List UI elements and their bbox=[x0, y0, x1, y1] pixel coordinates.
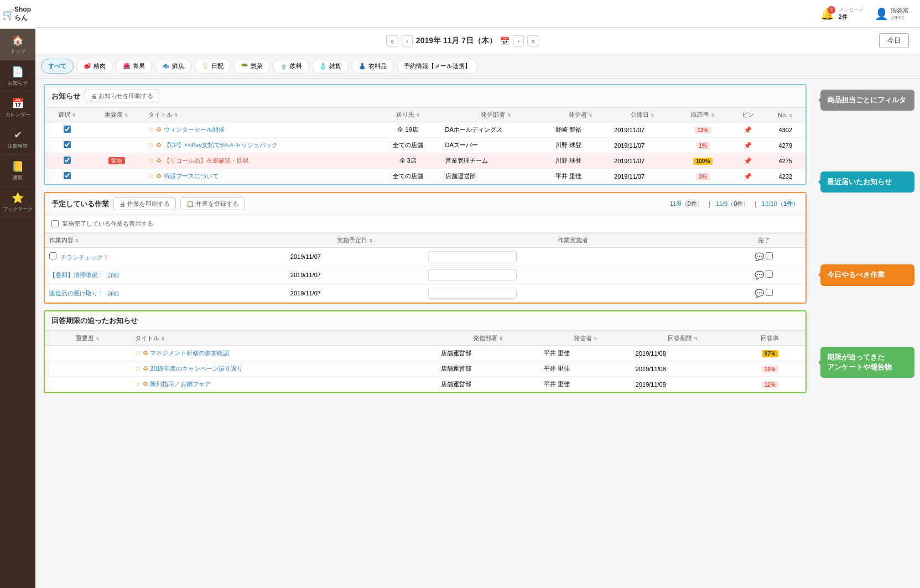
sidebar-item-calendar[interactable]: 📅 カレンダー bbox=[0, 92, 35, 123]
category-tab-daily[interactable]: 🥛 日配 bbox=[194, 59, 231, 74]
category-tab-reservation[interactable]: 予約情報【メール連携】 bbox=[397, 59, 478, 74]
sidebar-item-bookmarks[interactable]: ⭐ ブックマーク bbox=[0, 186, 35, 218]
rate-badge: 12% bbox=[694, 127, 711, 134]
category-tab-misc[interactable]: 🧴 雑貨 bbox=[312, 59, 349, 74]
category-tab-all[interactable]: すべて bbox=[41, 59, 74, 74]
task-col-done: 完了 bbox=[722, 233, 805, 248]
date-navigation: « ‹ 2019年 11月 7日（木） 📅 › » 今日 bbox=[35, 28, 920, 54]
sidebar-label-notifications: お知らせ bbox=[8, 80, 28, 87]
meat-icon: 🥩 bbox=[84, 63, 91, 70]
header: 🔔 2 メッセージ 2件 👤 渋谷富 s0002 bbox=[35, 0, 920, 28]
task-link-2[interactable]: 【昼間】清掃準備！ bbox=[49, 272, 104, 278]
deadlines-table: 重要度 ⇅ タイトル ⇅ 発信部署 ⇅ 発信者 ⇅ 回答期限 ⇅ 回答率 ☆ ♻… bbox=[45, 331, 805, 392]
sidebar-item-notifications[interactable]: 📄 お知らせ bbox=[0, 60, 35, 92]
task-done-1[interactable] bbox=[766, 252, 773, 259]
app-logo: 🛒 Shopらん bbox=[0, 0, 35, 29]
show-completed-checkbox[interactable] bbox=[51, 220, 59, 227]
rate-badge: 100% bbox=[693, 158, 713, 165]
col-no: No. ⇅ bbox=[766, 108, 805, 122]
col-rate: 既読率 ⇅ bbox=[675, 108, 730, 122]
book-icon: 📒 bbox=[12, 160, 24, 173]
page-wrapper: お知らせ 🖨 お知らせを印刷する 選択 ⇅ 重要度 ⇅ タイトル ⇅ 送り先 ⇅ bbox=[35, 79, 920, 588]
task-col-executor: 作業実施者 bbox=[424, 233, 723, 248]
user-id: s0002 bbox=[891, 15, 909, 20]
deadline-link-3[interactable]: 陳列指示／お鍋フェア bbox=[150, 381, 211, 387]
date-link-11-8[interactable]: 11/8（0件） bbox=[669, 200, 703, 208]
logo-icon: 🛒 bbox=[2, 8, 14, 20]
date-link-11-10[interactable]: 11/10（1件） bbox=[762, 200, 799, 208]
notice-checkbox-4[interactable] bbox=[64, 172, 71, 179]
task-link-1[interactable]: チラシチェック bbox=[60, 254, 103, 261]
pin-icon[interactable]: 📌 bbox=[744, 173, 752, 180]
drinks-icon: 🍵 bbox=[280, 63, 288, 70]
notice-link-4[interactable]: 特設ブースについて bbox=[164, 173, 219, 179]
annotation-notices-text: 最近届いたお知らせ bbox=[827, 178, 892, 186]
task-link-3[interactable]: 販促品の受け取り！ bbox=[49, 290, 104, 296]
annotation-tasks: 今日やるべき作業 bbox=[820, 264, 914, 285]
notice-link-2[interactable]: 【CP】××Pay支払で5%キャッシュバック bbox=[164, 142, 278, 148]
comment-icon-1[interactable]: 💬 bbox=[755, 252, 764, 261]
user-widget[interactable]: 👤 渋谷富 s0002 bbox=[875, 7, 909, 20]
messages-label: メッセージ bbox=[839, 6, 864, 13]
pin-icon[interactable]: 📌 bbox=[744, 142, 752, 149]
tasks-print-button[interactable]: 🖨 作業を印刷する bbox=[113, 197, 176, 210]
category-tab-veg[interactable]: 🥗 惣菜 bbox=[233, 59, 270, 74]
notices-print-button[interactable]: 🖨 お知らせを印刷する bbox=[85, 90, 159, 102]
category-tab-drinks[interactable]: 🍵 飲料 bbox=[273, 59, 309, 74]
executor-input-3[interactable] bbox=[428, 288, 517, 299]
rate-badge: 97% bbox=[762, 350, 778, 357]
recycle-icon: ♻ bbox=[156, 173, 162, 179]
sidebar-item-top[interactable]: 🏠 トップ bbox=[0, 29, 35, 60]
col-dest: 送り先 ⇅ bbox=[375, 108, 441, 122]
messages-widget[interactable]: 🔔 2 メッセージ 2件 bbox=[820, 6, 864, 21]
date-link-11-9[interactable]: 11/9（0件） bbox=[716, 200, 750, 208]
category-clothes-label: 衣料品 bbox=[368, 62, 387, 70]
pin-icon[interactable]: 📌 bbox=[744, 157, 752, 165]
nav-prev-button[interactable]: ‹ bbox=[402, 35, 413, 46]
category-tab-meat[interactable]: 🥩 精肉 bbox=[76, 59, 113, 74]
sidebar-item-ledger[interactable]: 📒 書類 bbox=[0, 155, 35, 186]
star-icon: ⭐ bbox=[12, 192, 24, 204]
star-icon: ☆ bbox=[135, 380, 141, 388]
today-button[interactable]: 今日 bbox=[879, 33, 909, 48]
col-sender: 発信者 ⇅ bbox=[551, 108, 610, 122]
nav-next-button[interactable]: › bbox=[513, 35, 524, 46]
pin-icon[interactable]: 📌 bbox=[744, 126, 752, 134]
notice-link-1[interactable]: ウィンターセール開催 bbox=[164, 126, 225, 133]
detail-link-2[interactable]: 詳細 bbox=[108, 272, 119, 278]
notice-checkbox-3[interactable] bbox=[64, 157, 71, 164]
task-checkbox-1[interactable] bbox=[49, 252, 56, 259]
deadline-link-1[interactable]: マネジメント研修の参加確認 bbox=[150, 350, 229, 356]
nav-first-button[interactable]: « bbox=[386, 35, 398, 46]
misc-icon: 🧴 bbox=[319, 63, 327, 70]
comment-icon-2[interactable]: 💬 bbox=[755, 270, 764, 279]
col-select: 選択 ⇅ bbox=[45, 108, 90, 122]
tasks-register-button[interactable]: 📋 作業を登録する bbox=[180, 197, 245, 210]
star-icon: ☆ bbox=[135, 365, 141, 372]
tasks-date-links: 11/8（0件） ｜ 11/9（0件） ｜ 11/10（1件） bbox=[669, 200, 799, 208]
notices-header: お知らせ 🖨 お知らせを印刷する bbox=[45, 85, 805, 107]
category-tab-fish[interactable]: 🐟 鮮魚 bbox=[155, 59, 191, 74]
notice-link-3[interactable]: 【リコール品】在庫確認・回収 bbox=[164, 157, 249, 164]
executor-input-2[interactable] bbox=[428, 269, 517, 280]
veg-icon: 🥗 bbox=[241, 63, 248, 70]
deadlines-title: 回答期限の迫ったお知らせ bbox=[51, 316, 138, 326]
star-icon: ☆ bbox=[148, 126, 154, 133]
annotation-notices: 最近届いたお知らせ bbox=[820, 171, 914, 192]
notice-checkbox-1[interactable] bbox=[64, 126, 71, 133]
comment-icon-3[interactable]: 💬 bbox=[755, 289, 764, 298]
detail-link-3[interactable]: 詳細 bbox=[108, 290, 119, 296]
nav-last-button[interactable]: » bbox=[527, 35, 539, 46]
sidebar-item-reports[interactable]: ✔ 定期報告 bbox=[0, 123, 35, 155]
home-icon: 🏠 bbox=[12, 34, 24, 46]
category-tab-clothes[interactable]: 👗 衣料品 bbox=[351, 59, 394, 74]
task-done-2[interactable] bbox=[766, 270, 773, 278]
rate-badge: 10% bbox=[762, 366, 778, 373]
calendar-icon[interactable]: 📅 bbox=[500, 37, 510, 45]
deadline-link-2[interactable]: 2019年度のキャンペーン振り返り bbox=[150, 365, 242, 372]
category-tab-produce[interactable]: 🌺 青果 bbox=[116, 59, 152, 74]
category-produce-label: 青果 bbox=[133, 62, 145, 70]
executor-input-1[interactable] bbox=[428, 251, 517, 262]
task-done-3[interactable] bbox=[766, 289, 773, 296]
notice-checkbox-2[interactable] bbox=[64, 141, 71, 148]
